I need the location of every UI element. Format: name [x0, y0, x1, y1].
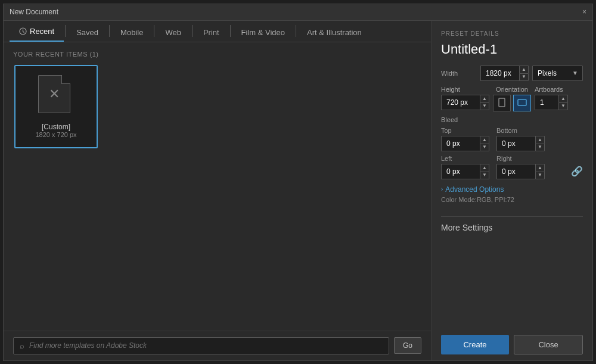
tab-mobile[interactable]: Mobile: [111, 22, 153, 42]
bleed-top-label: Top: [441, 127, 459, 134]
bleed-left-input[interactable]: [441, 164, 480, 179]
preset-title: Untitled-1: [441, 42, 583, 57]
portrait-button[interactable]: [493, 95, 511, 111]
landscape-icon: [517, 98, 527, 107]
advanced-options-toggle[interactable]: › Advanced Options: [441, 185, 583, 194]
bleed-bottom-label: Bottom: [496, 127, 514, 134]
tab-print[interactable]: Print: [194, 22, 229, 42]
height-up-button[interactable]: ▲: [480, 95, 489, 102]
artboards-input[interactable]: [535, 95, 558, 110]
height-input[interactable]: [441, 95, 480, 110]
bleed-left-spinner: ▲ ▼: [441, 164, 489, 179]
height-down-button[interactable]: ▼: [480, 102, 489, 110]
height-spinner: ▲ ▼: [441, 95, 489, 110]
bleed-top-input[interactable]: [441, 136, 480, 151]
bleed-left-group: Left ▲ ▼: [441, 155, 489, 179]
unit-select-wrapper: Pixels Inches Millimeters ▼: [532, 66, 583, 81]
tab-film[interactable]: Film & Video: [232, 22, 294, 42]
bleed-top-group: Top ▲ ▼: [441, 127, 489, 151]
bleed-top-down-button[interactable]: ▼: [480, 144, 489, 151]
item-name: [Custom]: [42, 123, 70, 131]
width-row: Width ▲ ▼ Pixels Inches Millimeters ▼: [441, 66, 583, 81]
search-bar: ⌕ Go: [4, 331, 431, 360]
search-wrapper: ⌕: [13, 337, 389, 354]
bleed-right-label: Right: [496, 155, 514, 162]
recent-item[interactable]: ✕ [Custom] 1820 x 720 px: [14, 65, 98, 148]
bleed-right-spinner: ▲ ▼: [496, 164, 545, 179]
width-down-button[interactable]: ▼: [519, 73, 529, 81]
bleed-left-up-button[interactable]: ▲: [480, 164, 489, 172]
bleed-left-spinner-controls: ▲ ▼: [480, 164, 489, 179]
artboards-up-button[interactable]: ▲: [558, 95, 568, 102]
landscape-button[interactable]: [513, 95, 531, 111]
item-icon: ✕: [38, 75, 74, 117]
new-document-dialog: New Document × Recent Saved: [3, 4, 593, 361]
orientation-label: Orientation: [496, 86, 528, 93]
window-close-icon[interactable]: ×: [582, 8, 586, 16]
height-label: Height: [441, 86, 477, 93]
file-x-icon: ✕: [49, 88, 60, 101]
recent-section: YOUR RECENT ITEMS (1) ✕ [Custom] 1820 x …: [4, 42, 431, 153]
svg-rect-3: [499, 98, 505, 107]
bleed-left-right-row: Left ▲ ▼ Right ▲ ▼: [441, 155, 583, 179]
go-button[interactable]: Go: [394, 337, 421, 354]
orientation-buttons: [493, 95, 531, 111]
tab-recent[interactable]: Recent: [10, 21, 64, 42]
bleed-bottom-spinner-controls: ▲ ▼: [535, 136, 545, 151]
advanced-arrow-icon: ›: [441, 186, 443, 192]
tab-web[interactable]: Web: [156, 22, 191, 42]
dialog-body: Recent Saved Mobile Web Print: [4, 21, 592, 360]
bleed-right-down-button[interactable]: ▼: [535, 172, 545, 179]
svg-rect-4: [518, 99, 526, 105]
bleed-right-up-button[interactable]: ▲: [535, 164, 545, 172]
close-button[interactable]: Close: [514, 335, 583, 354]
divider: [441, 216, 583, 217]
items-grid: ✕ [Custom] 1820 x 720 px: [13, 65, 421, 148]
bleed-bottom-down-button[interactable]: ▼: [535, 144, 545, 151]
artboards-group: Artboards ▲ ▼: [535, 86, 568, 110]
artboards-spinner-controls: ▲ ▼: [558, 95, 568, 110]
bleed-left-label: Left: [441, 155, 459, 162]
recent-label: YOUR RECENT ITEMS (1): [13, 51, 421, 58]
color-mode-text: Color Mode:RGB, PPI:72: [441, 196, 583, 203]
height-orientation-row: Height ▲ ▼ Orientation: [441, 86, 583, 111]
right-panel: PRESET DETAILS Untitled-1 Width ▲ ▼ Pixe…: [432, 21, 592, 360]
more-settings-label: More Settings: [441, 223, 583, 232]
width-spinner-controls: ▲ ▼: [519, 66, 529, 81]
width-up-button[interactable]: ▲: [519, 66, 529, 73]
portrait-icon: [497, 98, 507, 107]
bleed-bottom-spinner: ▲ ▼: [496, 136, 545, 151]
tab-art[interactable]: Art & Illustration: [297, 22, 371, 42]
bleed-top-spinner: ▲ ▼: [441, 136, 489, 151]
width-spinner: ▲ ▼: [480, 66, 529, 81]
bleed-bottom-input[interactable]: [496, 136, 535, 151]
clock-icon: [19, 27, 27, 35]
bottom-buttons: Create Close: [441, 329, 583, 354]
height-spinner-controls: ▲ ▼: [480, 95, 489, 110]
bleed-right-input[interactable]: [496, 164, 535, 179]
tab-saved[interactable]: Saved: [67, 22, 108, 42]
orientation-group: Orientation: [493, 86, 531, 111]
left-panel: Recent Saved Mobile Web Print: [4, 21, 432, 360]
title-bar: New Document ×: [4, 4, 592, 21]
bleed-top-bottom-row: Top ▲ ▼ Bottom ▲ ▼: [441, 127, 583, 151]
bleed-right-group: Right ▲ ▼: [496, 155, 545, 179]
bleed-top-spinner-controls: ▲ ▼: [480, 136, 489, 151]
artboards-label: Artboards: [535, 86, 568, 93]
tab-bar: Recent Saved Mobile Web Print: [4, 21, 431, 42]
bleed-top-up-button[interactable]: ▲: [480, 136, 489, 144]
artboards-down-button[interactable]: ▼: [558, 102, 568, 110]
height-group: Height ▲ ▼: [441, 86, 489, 110]
search-input[interactable]: [29, 341, 383, 350]
svg-line-2: [23, 32, 24, 33]
bleed-left-down-button[interactable]: ▼: [480, 172, 489, 179]
unit-select[interactable]: Pixels Inches Millimeters: [532, 66, 583, 81]
link-icon[interactable]: 🔗: [571, 166, 583, 177]
artboards-spinner: ▲ ▼: [535, 95, 568, 110]
bleed-bottom-up-button[interactable]: ▲: [535, 136, 545, 144]
create-button[interactable]: Create: [441, 335, 509, 354]
width-input[interactable]: [480, 66, 519, 81]
file-icon: ✕: [38, 75, 70, 113]
bleed-label: Bleed: [441, 116, 583, 123]
dialog-title: New Document: [10, 8, 58, 16]
